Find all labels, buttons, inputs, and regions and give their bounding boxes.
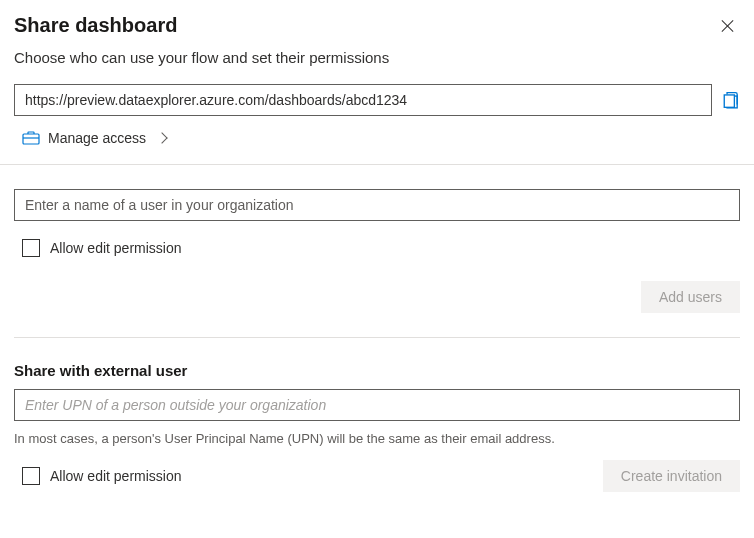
svg-rect-2 xyxy=(23,134,39,144)
external-allow-edit-checkbox[interactable] xyxy=(22,467,40,485)
svg-rect-1 xyxy=(724,95,734,107)
chevron-right-icon xyxy=(156,132,167,143)
dialog-subtitle: Choose who can use your flow and set the… xyxy=(14,49,740,66)
external-heading: Share with external user xyxy=(14,362,740,379)
section-divider xyxy=(14,337,740,338)
share-url-input[interactable] xyxy=(14,84,712,116)
user-name-input[interactable] xyxy=(14,189,740,221)
close-icon[interactable] xyxy=(720,18,736,34)
briefcase-icon xyxy=(22,131,40,145)
allow-edit-checkbox-row[interactable]: Allow edit permission xyxy=(22,239,740,257)
section-divider xyxy=(0,164,754,165)
dialog-title: Share dashboard xyxy=(14,14,177,37)
manage-access-link[interactable]: Manage access xyxy=(22,130,740,146)
allow-edit-label: Allow edit permission xyxy=(50,240,182,256)
external-upn-input[interactable] xyxy=(14,389,740,421)
create-invitation-button[interactable]: Create invitation xyxy=(603,460,740,492)
external-allow-edit-label: Allow edit permission xyxy=(50,468,182,484)
allow-edit-checkbox[interactable] xyxy=(22,239,40,257)
add-users-button[interactable]: Add users xyxy=(641,281,740,313)
manage-access-label: Manage access xyxy=(48,130,146,146)
external-allow-edit-checkbox-row[interactable]: Allow edit permission xyxy=(22,467,182,485)
copy-icon[interactable] xyxy=(722,91,740,109)
upn-hint: In most cases, a person's User Principal… xyxy=(14,431,740,446)
